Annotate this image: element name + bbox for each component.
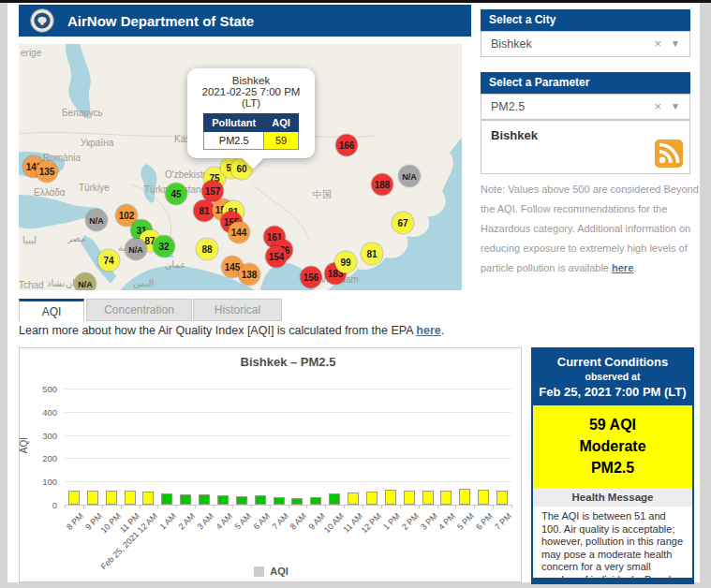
chart-bar[interactable] [87,491,98,505]
rss-icon[interactable] [655,140,683,168]
chart-bar[interactable] [236,496,247,505]
chart-x-tick [232,505,233,508]
aqi-marker[interactable]: 154 [266,246,288,268]
chart-bar[interactable] [422,491,434,505]
current-conditions-panel: Current Conditions observed at Feb 25, 2… [531,347,694,584]
chart-x-tick-label: 3 PM [419,511,439,532]
chart-x-tick-label: 5 AM [232,511,253,532]
aqi-marker[interactable]: 135 [37,161,58,183]
chart-x-tick [511,505,512,508]
map-popup: Bishkek 2021-02-25 7:00 PM (LT) Pollutan… [187,68,315,158]
chart-bar[interactable] [496,491,508,505]
chart-bar[interactable] [106,491,117,505]
chart-bar[interactable] [404,491,415,505]
chart-x-tick-label: 10 PM [98,511,122,535]
chart-x-tick [400,505,401,508]
select-city-header: Select a City [481,9,690,31]
chart-bar[interactable] [385,490,396,505]
note-suffix: . [633,262,636,273]
aqi-marker[interactable]: 32 [154,236,175,257]
chart-bar[interactable] [217,495,229,505]
chart-legend: AQI [20,566,523,577]
map-country-label: Беларусь [62,108,103,118]
aqi-marker[interactable]: N/A [126,239,147,260]
chart-y-tick-label: 400 [25,407,57,418]
aqi-value: 59 AQI [533,414,692,435]
aqi-marker[interactable]: 188 [372,174,393,196]
parameter-select-value: PM2.5 [491,100,525,113]
aqi-marker[interactable]: N/A [75,273,96,291]
aqi-map[interactable]: erigeБеларусьУкраїнаRomàniaTürkiyeΕλλάδα… [19,44,462,290]
chart-bar[interactable] [478,490,489,505]
chart-bar[interactable] [366,492,378,505]
chart-bar[interactable] [161,493,172,505]
observed-datetime: Feb 25, 2021 7:00 PM (LT) [535,384,690,400]
aqi-marker[interactable]: 166 [336,135,358,156]
chevron-down-icon[interactable]: ▼ [671,32,680,56]
here-link[interactable]: here [416,324,440,337]
tab-aqi[interactable]: AQI [19,299,84,321]
parameter-select[interactable]: PM2.5 × ▼ [481,94,690,120]
chart-y-tick-label: 0 [25,500,57,510]
popup-aqi-header: AQI [264,114,299,132]
aqi-marker[interactable]: 138 [239,264,260,286]
chart-bar[interactable] [459,489,470,505]
chart-bar[interactable] [440,491,452,505]
aqi-category: Moderate [533,435,692,457]
map-country-label: ليبيا [22,235,37,245]
aqi-marker[interactable]: N/A [86,210,108,231]
chart-bar[interactable] [68,491,80,505]
chart-x-tick [344,505,345,508]
legend-swatch [254,566,264,577]
chart-bar[interactable] [274,497,285,505]
tab-concentration[interactable]: Concentration [86,299,192,321]
chart-y-axis-label: AQI [19,418,29,474]
chart-x-tick [419,505,420,508]
aqi-marker[interactable]: 144 [229,222,250,243]
aqi-marker[interactable]: 88 [197,239,218,260]
chart-x-tick-label: 1 PM [381,511,402,532]
chart-bar[interactable] [255,495,266,505]
chart-y-tick-label: 300 [25,431,57,441]
current-conditions-title: Current Conditions [535,354,690,370]
chart-bar[interactable] [348,492,359,505]
aqi-marker[interactable]: 99 [335,252,357,273]
feed-city-label: Bishkek [491,128,538,142]
clear-icon[interactable]: × [654,95,661,119]
popup-pollutant-header: Pollutant [204,114,264,132]
chart-bar[interactable] [310,497,321,505]
city-select[interactable]: Bishkek × ▼ [481,31,690,57]
tab-historical[interactable]: Historical [193,299,282,321]
chart-x-tick [437,505,438,508]
aqi-marker[interactable]: 45 [166,184,187,205]
page-background: AirNow Department of State Select a City… [7,3,700,582]
chart-bar[interactable] [329,493,340,505]
chart-x-tick-label: 6 AM [251,511,272,532]
aqi-marker[interactable]: N/A [399,166,421,187]
aqi-marker[interactable]: 74 [98,250,120,272]
aqi-marker[interactable]: 81 [362,243,383,265]
chart-bar[interactable] [142,492,154,505]
chart-x-tick [83,505,84,508]
chart-x-tick [251,505,252,508]
aqi-parameter: PM2.5 [533,457,692,478]
here-link[interactable]: here [612,262,633,273]
chart-bar[interactable] [180,494,191,505]
feed-box: Bishkek [481,120,690,174]
chart-x-tick [306,505,307,508]
chart-x-tick-label: 8 PM [65,511,85,532]
chart-bar[interactable] [199,494,210,505]
chart-gridline [65,435,511,436]
note-text: Note: Values above 500 are considered Be… [481,184,699,273]
aqi-marker[interactable]: 156 [301,267,322,288]
chart-x-tick-label: 6 PM [474,511,495,532]
chart-x-tick-label: 2 AM [177,511,198,532]
aqi-marker[interactable]: 67 [393,213,414,234]
aqi-chart-panel: Bishkek – PM2.5 AQI 01002003004005008 PM… [19,347,522,582]
clear-icon[interactable]: × [654,32,661,56]
chart-bar[interactable] [291,498,303,505]
chart-y-tick-label: 500 [25,384,57,394]
chart-x-tick [270,505,271,508]
chevron-down-icon[interactable]: ▼ [671,95,680,119]
chart-bar[interactable] [125,491,136,505]
